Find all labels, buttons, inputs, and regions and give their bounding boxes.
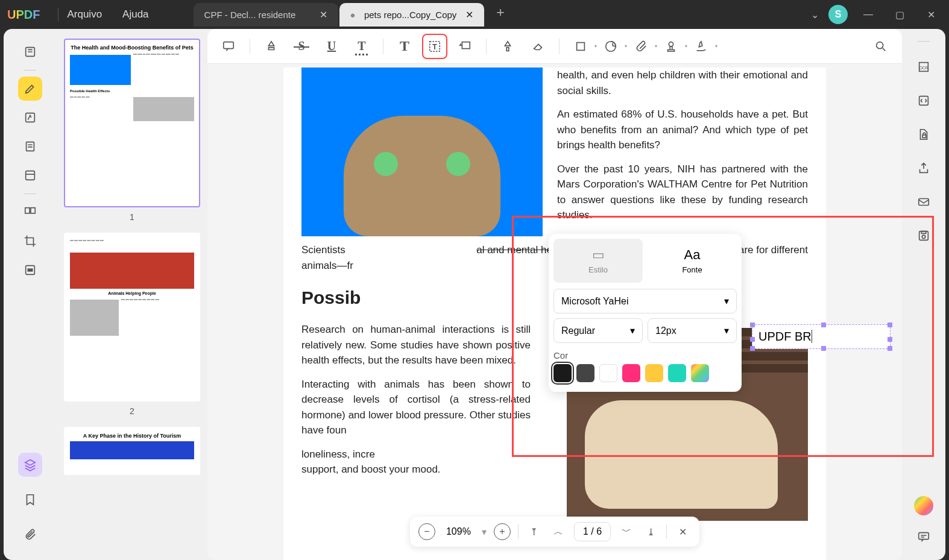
thumb-title: The Health and Mood-Boosting Benefits of… — [70, 45, 194, 51]
strikethrough-icon[interactable]: S — [289, 34, 314, 59]
bookmark-tool[interactable] — [18, 488, 42, 512]
shape-icon[interactable] — [568, 34, 593, 59]
title-bar: UPDF Arquivo Ajuda CPF - Decl... residen… — [0, 0, 949, 29]
comments-panel-icon[interactable] — [914, 527, 933, 547]
thumb-heading: Animals Helping People — [70, 291, 194, 295]
tab-close-icon[interactable]: ✕ — [320, 9, 327, 20]
minimize-button[interactable]: — — [857, 9, 879, 20]
thumb-subtitle: Possible Health Effects — [70, 89, 194, 93]
crop-tool[interactable] — [18, 229, 42, 253]
edit-tool[interactable] — [18, 105, 42, 130]
hero-image-cat — [301, 68, 543, 236]
stamp-icon[interactable] — [658, 34, 684, 59]
redact-tool[interactable] — [18, 258, 42, 282]
workspace: The Health and Mood-Boosting Benefits of… — [4, 29, 945, 560]
svg-point-22 — [922, 235, 925, 239]
thumbnail-page-1[interactable]: The Health and Mood-Boosting Benefits of… — [64, 39, 200, 207]
font-size-select[interactable]: 12px▾ — [648, 318, 737, 343]
format-toolbar: S U T T T — [207, 29, 902, 64]
divider — [918, 41, 930, 42]
font-tab[interactable]: Aa Fonte — [648, 239, 737, 283]
signature-icon[interactable] — [689, 34, 714, 59]
color-swatch-pink[interactable] — [622, 364, 640, 382]
main-area: S U T T T health, an — [207, 29, 902, 560]
style-tab[interactable]: ▭ Estilo — [553, 239, 643, 283]
color-swatch-black[interactable] — [553, 364, 572, 382]
close-button[interactable]: ✕ — [920, 9, 942, 20]
tab-inactive[interactable]: CPF - Decl... residente ✕ — [194, 3, 338, 27]
comment-icon[interactable] — [216, 34, 241, 59]
pencil-icon[interactable] — [495, 34, 520, 59]
organize-tool[interactable] — [18, 200, 42, 224]
zoom-in-button[interactable]: + — [494, 523, 511, 540]
last-page-button[interactable]: ⤓ — [642, 523, 659, 540]
zoom-value[interactable]: 109% — [443, 526, 474, 537]
color-swatch-yellow[interactable] — [645, 364, 663, 382]
ocr-icon[interactable]: OCR — [914, 57, 933, 77]
color-swatch-white[interactable] — [599, 364, 617, 382]
tab-add-button[interactable]: ＋ — [494, 3, 507, 27]
text-annotation-input[interactable]: UPDF BR — [752, 324, 891, 349]
layers-tool[interactable] — [18, 453, 42, 477]
font-weight-select[interactable]: Regular▾ — [553, 318, 643, 343]
search-icon[interactable] — [868, 34, 894, 59]
squiggly-icon[interactable]: T — [349, 34, 374, 59]
color-swatch-custom[interactable] — [691, 364, 709, 382]
svg-rect-11 — [462, 42, 470, 48]
chevron-down-icon: ▾ — [724, 325, 729, 336]
divider — [518, 524, 519, 539]
protect-icon[interactable] — [914, 125, 933, 144]
attach-icon[interactable] — [628, 34, 654, 59]
svg-point-15 — [877, 42, 883, 48]
first-page-button[interactable]: ⤒ — [526, 523, 543, 540]
zoom-out-button[interactable]: − — [418, 523, 435, 540]
updf-ai-icon[interactable] — [914, 496, 933, 515]
page-input[interactable]: 1 / 6 — [574, 522, 611, 541]
callout-icon[interactable] — [452, 34, 478, 59]
tab-close-icon[interactable]: ✕ — [465, 9, 473, 20]
tab-title: CPF - Decl... residente — [204, 10, 296, 20]
font-aa-icon: Aa — [656, 247, 728, 263]
sticker-icon[interactable] — [598, 34, 623, 59]
reader-tool[interactable] — [18, 40, 42, 64]
next-page-button[interactable]: ﹀ — [618, 523, 635, 540]
color-swatch-teal[interactable] — [668, 364, 686, 382]
svg-rect-24 — [919, 533, 929, 540]
body-text: Interacting with animals has been shown … — [301, 377, 531, 438]
user-avatar[interactable]: S — [828, 5, 848, 24]
menu-file[interactable]: Arquivo — [67, 8, 102, 20]
close-pager-button[interactable]: ✕ — [674, 523, 691, 540]
tab-active[interactable]: ● pets repo...Copy_Copy ✕ — [339, 3, 484, 27]
form-tool[interactable] — [18, 163, 42, 187]
textbox-icon[interactable]: T — [422, 34, 447, 59]
share-icon[interactable] — [914, 159, 933, 178]
font-family-select[interactable]: Microsoft YaHei▾ — [553, 289, 737, 313]
thumbnail-page-3[interactable]: A Key Phase in the History of Tourism — [64, 427, 200, 475]
svg-rect-19 — [922, 135, 926, 138]
svg-rect-7 — [28, 269, 32, 271]
highlight-icon[interactable] — [259, 34, 284, 59]
save-icon[interactable] — [914, 226, 933, 245]
body-text: Research on human-animal interactions is… — [301, 322, 531, 368]
chevron-down-icon[interactable]: ⌄ — [811, 9, 819, 20]
eraser-icon[interactable] — [525, 34, 550, 59]
menu-help[interactable]: Ajuda — [122, 8, 148, 20]
convert-icon[interactable] — [914, 91, 933, 110]
chevron-down-icon[interactable]: ▾ — [482, 526, 487, 538]
page-tool[interactable] — [18, 134, 42, 159]
chevron-down-icon: ▾ — [724, 295, 729, 307]
svg-rect-3 — [26, 171, 35, 180]
rectangle-icon: ▭ — [562, 247, 634, 263]
underline-icon[interactable]: U — [319, 34, 344, 59]
prev-page-button[interactable]: ︿ — [550, 523, 567, 540]
color-swatch-row — [553, 364, 737, 387]
svg-rect-5 — [31, 208, 35, 213]
thumbnail-page-2[interactable]: xxx xxx xxx xxx xxx xxx xxx xxx Animals … — [64, 233, 200, 401]
maximize-button[interactable]: ▢ — [889, 9, 910, 20]
attachment-tool[interactable] — [18, 523, 42, 547]
svg-rect-23 — [921, 231, 925, 234]
text-icon[interactable]: T — [392, 34, 417, 59]
email-icon[interactable] — [914, 192, 933, 212]
annotate-tool[interactable] — [18, 77, 42, 101]
color-swatch-darkgrey[interactable] — [576, 364, 594, 382]
